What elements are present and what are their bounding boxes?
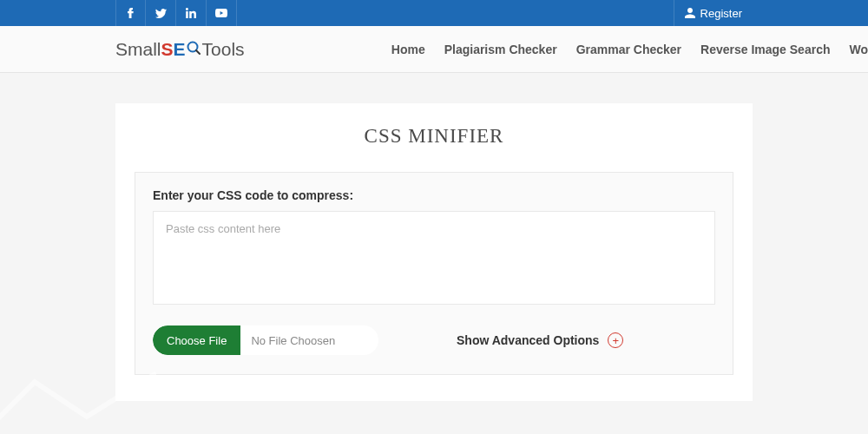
nav-links: Home Plagiarism Checker Grammar Checker …: [391, 43, 868, 56]
navbar: SmallSETools Home Plagiarism Checker Gra…: [0, 26, 868, 73]
page-title: CSS MINIFIER: [135, 125, 733, 148]
page-content: CSS MINIFIER Enter your CSS code to comp…: [0, 73, 868, 401]
social-links: [115, 0, 237, 26]
input-panel: Enter your CSS code to compress: Choose …: [135, 172, 733, 375]
nav-plagiarism[interactable]: Plagiarism Checker: [444, 43, 557, 56]
advanced-options-toggle[interactable]: Show Advanced Options +: [457, 332, 623, 348]
linkedin-icon[interactable]: [176, 0, 207, 26]
input-label: Enter your CSS code to compress:: [153, 188, 715, 202]
file-picker[interactable]: Choose File No File Choosen: [153, 326, 378, 355]
nav-home[interactable]: Home: [391, 43, 425, 56]
plus-icon: +: [608, 332, 623, 348]
tool-card: CSS MINIFIER Enter your CSS code to comp…: [115, 103, 753, 401]
top-bar: Register: [0, 0, 868, 26]
controls-row: Choose File No File Choosen Show Advance…: [153, 326, 715, 355]
twitter-icon[interactable]: [146, 0, 176, 26]
css-input[interactable]: [153, 211, 715, 305]
nav-more[interactable]: Wo: [849, 43, 868, 56]
choose-file-button[interactable]: Choose File: [153, 326, 240, 355]
facebook-icon[interactable]: [115, 0, 146, 26]
nav-reverse-image[interactable]: Reverse Image Search: [700, 43, 830, 56]
svg-line-1: [196, 50, 200, 54]
file-status: No File Choosen: [240, 334, 345, 347]
register-label: Register: [700, 7, 742, 20]
youtube-icon[interactable]: [207, 0, 237, 26]
logo[interactable]: SmallSETools: [115, 39, 245, 60]
nav-grammar[interactable]: Grammar Checker: [576, 43, 681, 56]
user-icon: [685, 8, 695, 18]
advanced-label: Show Advanced Options: [457, 333, 599, 347]
register-link[interactable]: Register: [674, 0, 753, 26]
magnify-icon: [187, 41, 201, 56]
